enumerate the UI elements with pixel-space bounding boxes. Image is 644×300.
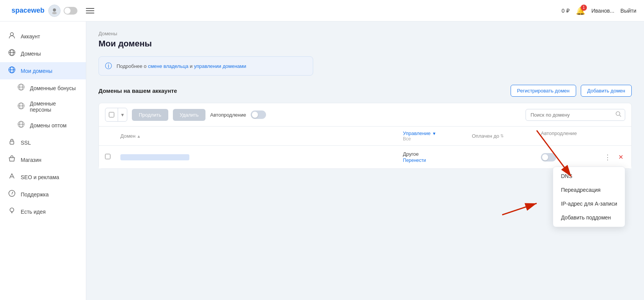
row-checkbox[interactable] xyxy=(105,154,120,160)
checkbox-dropdown[interactable]: ▾ xyxy=(105,108,127,122)
sidebar-item-my-domains[interactable]: Мои домены xyxy=(0,62,86,79)
th-autoprod: Автопродление xyxy=(541,130,602,142)
sidebar-item-domains[interactable]: Домены xyxy=(0,45,86,62)
sidebar: Аккаунт Домены Мои домены Доменные бонус… xyxy=(0,21,86,300)
breadcrumb: Домены xyxy=(99,31,632,36)
domain-personas-icon xyxy=(17,102,25,112)
header-toggle[interactable] xyxy=(48,5,77,17)
sidebar-item-support[interactable]: Поддержка xyxy=(0,186,86,203)
main-content: Домены Мои домены ⓘ Подробнее о смене вл… xyxy=(86,21,644,300)
svg-point-27 xyxy=(616,112,620,115)
actions-cell: ⋮ ✕ DNS Переадресация IP-адрес для А-зап… xyxy=(602,152,625,163)
sidebar-label-idea: Есть идея xyxy=(21,209,46,215)
domain-name-cell xyxy=(120,154,403,160)
th-checkbox xyxy=(105,130,120,142)
search-icon xyxy=(615,111,621,117)
add-domain-button[interactable]: Добавить домен xyxy=(581,85,632,97)
sidebar-item-domains-wholesale[interactable]: Домены оптом xyxy=(0,117,86,134)
account-icon xyxy=(8,31,16,41)
context-menu-redirect[interactable]: Переадресация xyxy=(553,183,625,197)
svg-point-4 xyxy=(53,8,56,12)
info-icon: ⓘ xyxy=(105,61,112,71)
sidebar-label-my-domains: Мои домены xyxy=(21,68,52,74)
context-menu-subdomain[interactable]: Добавить поддомен xyxy=(553,211,625,224)
search-box xyxy=(526,109,625,121)
sidebar-label-account: Аккаунт xyxy=(21,33,40,40)
header-toggle-switch[interactable] xyxy=(64,7,77,15)
user-name[interactable]: Иванов... xyxy=(591,8,614,14)
table-header: Домен ▲ Управление ▼ Все Оплачен до ⇅ Ав… xyxy=(99,127,631,146)
toolbar: ▾ Продлить Удалить Автопродление xyxy=(99,103,631,127)
delete-button[interactable]: Удалить xyxy=(173,109,206,121)
select-all-input[interactable] xyxy=(109,112,114,117)
svg-point-25 xyxy=(12,195,12,195)
hamburger-menu[interactable] xyxy=(86,8,94,13)
sidebar-label-store: Магазин xyxy=(21,157,41,163)
header-avatar[interactable] xyxy=(48,5,61,17)
domain-management-link[interactable]: управлении доменами xyxy=(194,63,246,69)
row-checkbox-input[interactable] xyxy=(105,154,110,159)
autoprod-toggle[interactable] xyxy=(251,110,266,119)
store-icon xyxy=(8,155,16,165)
more-options-button[interactable]: ⋮ xyxy=(602,152,613,163)
sidebar-item-account[interactable]: Аккаунт xyxy=(0,28,86,45)
support-icon xyxy=(8,190,16,199)
sidebar-item-store[interactable]: Магазин xyxy=(0,151,86,168)
top-header: spaceweb 0 ₽ 🔔 1 Иванов... Выйти xyxy=(0,0,644,21)
section-title: Домены на вашем аккаунте xyxy=(99,87,177,94)
dropdown-chevron[interactable]: ▾ xyxy=(118,108,127,121)
select-all-checkbox[interactable] xyxy=(105,108,118,121)
th-management-sub: Все xyxy=(403,136,472,142)
svg-point-5 xyxy=(52,12,57,14)
logout-button[interactable]: Выйти xyxy=(621,8,636,14)
my-domains-icon xyxy=(8,66,16,76)
domains-icon xyxy=(8,49,16,58)
logo-text: spaceweb xyxy=(12,7,44,15)
register-domain-button[interactable]: Регистрировать домен xyxy=(511,85,576,97)
autoprod-cell xyxy=(541,153,602,162)
sidebar-item-ssl[interactable]: SSL xyxy=(0,134,86,151)
balance-display: 0 ₽ xyxy=(562,8,570,14)
sidebar-label-domains-wholesale: Домены оптом xyxy=(30,122,67,129)
seo-icon xyxy=(8,172,16,182)
domain-name-blurred xyxy=(120,154,189,160)
info-banner: ⓘ Подробнее о смене владельца и управлен… xyxy=(99,56,313,76)
th-paid-until[interactable]: Оплачен до ⇅ xyxy=(472,130,541,142)
sidebar-label-seo: SEO и реклама xyxy=(21,174,59,180)
sidebar-label-domains: Домены xyxy=(21,51,41,57)
info-text: Подробнее о смене владельца и управлении… xyxy=(117,63,246,69)
search-icon-button[interactable] xyxy=(615,111,621,119)
management-cell: Другое Перенести xyxy=(403,151,472,163)
sidebar-item-domain-personas[interactable]: Доменные персоны xyxy=(0,97,86,117)
domain-table-section: ▾ Продлить Удалить Автопродление Домен xyxy=(99,103,632,169)
page-title: Мои домены xyxy=(99,39,632,49)
context-menu-ip[interactable]: IP-адрес для А-записи xyxy=(553,197,625,211)
delete-row-button[interactable]: ✕ xyxy=(616,153,625,162)
sidebar-item-seo[interactable]: SEO и реклама xyxy=(0,168,86,186)
context-menu-dns[interactable]: DNS xyxy=(553,169,625,183)
sidebar-label-support: Поддержка xyxy=(21,191,49,198)
th-domain[interactable]: Домен ▲ xyxy=(120,130,403,142)
row-autoprod-toggle[interactable] xyxy=(541,153,556,162)
domains-wholesale-icon xyxy=(17,120,25,130)
th-actions xyxy=(602,130,625,142)
context-menu: DNS Переадресация IP-адрес для А-записи … xyxy=(553,166,625,227)
search-input[interactable] xyxy=(526,109,625,121)
main-body: Аккаунт Домены Мои домены Доменные бонус… xyxy=(0,0,644,300)
sidebar-label-domain-personas: Доменные персоны xyxy=(30,101,78,113)
idea-icon xyxy=(8,207,16,216)
section-header: Домены на вашем аккаунте Регистрировать … xyxy=(99,85,632,97)
svg-rect-22 xyxy=(10,141,14,144)
notification-bell[interactable]: 🔔 1 xyxy=(576,6,585,15)
sidebar-label-domain-bonuses: Доменные бонусы xyxy=(30,85,76,91)
svg-point-26 xyxy=(10,208,14,212)
sidebar-item-idea[interactable]: Есть идея xyxy=(0,203,86,220)
th-management[interactable]: Управление ▼ Все xyxy=(403,130,472,142)
owner-change-link[interactable]: смене владельца xyxy=(148,63,189,69)
domain-bonuses-icon xyxy=(17,83,25,93)
mgmt-transfer-link[interactable]: Перенести xyxy=(403,158,472,163)
extend-button[interactable]: Продлить xyxy=(132,109,168,121)
svg-point-6 xyxy=(10,33,13,36)
header-right: 0 ₽ 🔔 1 Иванов... Выйти xyxy=(562,6,636,15)
sidebar-item-domain-bonuses[interactable]: Доменные бонусы xyxy=(0,79,86,97)
